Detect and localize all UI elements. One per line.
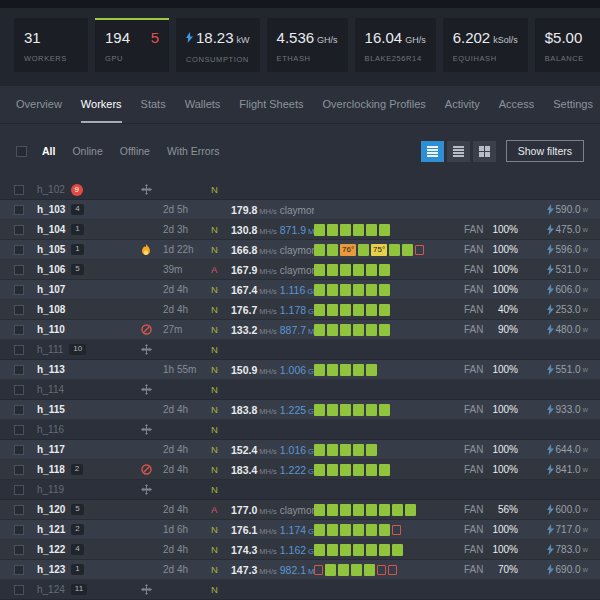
table-row[interactable]: h_1029N [0, 180, 600, 200]
row-checkbox[interactable] [14, 285, 24, 295]
table-row[interactable]: h_116N [0, 420, 600, 440]
tab-access[interactable]: Access [499, 98, 534, 123]
detail-view-button[interactable] [447, 141, 470, 162]
table-row[interactable]: h_1082d 4hN176.7MH/s1.178GH/sclaymore99.… [0, 300, 600, 320]
row-checkbox[interactable] [14, 545, 24, 555]
worker-name: h_122 [37, 544, 65, 555]
row-checkbox[interactable] [14, 225, 24, 235]
row-checkbox[interactable] [14, 445, 24, 455]
workers-table: h_1029Nh_10342d 5h179.8MH/sclaymore100%5… [0, 180, 600, 600]
platform-badge: N [211, 484, 231, 495]
dual-hashrate-value: 1.162 [280, 544, 306, 556]
lightning-icon [547, 544, 554, 555]
table-row[interactable]: h_1131h 55mN150.9MH/s1.006GH/sclaymore10… [0, 360, 600, 380]
tab-overview[interactable]: Overview [16, 98, 62, 123]
fan-label: FAN [464, 244, 483, 255]
row-checkbox[interactable] [14, 485, 24, 495]
gpu-ok-square [379, 264, 390, 276]
status-icon-cell [129, 424, 163, 435]
table-row[interactable]: h_106539mA167.9MH/sclaymore100%FAN100%53… [0, 260, 600, 280]
tab-settings[interactable]: Settings [553, 98, 593, 123]
hashrate-value: 177.0 [231, 504, 257, 516]
table-row[interactable]: h_11822d 4hN183.4MH/s1.222GH/sclaymore98… [0, 460, 600, 480]
dual-hashrate-value: 982.1 [280, 564, 306, 576]
table-row[interactable]: h_1172d 4hN152.4MH/s1.016GH/sclaymore99.… [0, 440, 600, 460]
worker-name: h_113 [37, 364, 65, 375]
row-checkbox[interactable] [14, 265, 24, 275]
filter-offline[interactable]: Offline [120, 145, 150, 157]
row-checkbox[interactable] [14, 585, 24, 595]
worker-name-cell: h_114 [37, 384, 129, 395]
fan-cell: FAN40% [464, 304, 528, 315]
row-checkbox[interactable] [14, 405, 24, 415]
table-row[interactable]: h_12052d 4hA177.0MH/sclaymore99.94%↑2FAN… [0, 500, 600, 520]
tab-stats[interactable]: Stats [141, 98, 166, 123]
gpu-ok-square [379, 464, 390, 476]
table-row[interactable]: h_1072d 4hN167.4MH/s1.116GH/sclaymore99.… [0, 280, 600, 300]
power-cell: 253.0w [528, 304, 600, 315]
table-row[interactable]: h_11027mN133.2MH/s887.7MH/sclaymore98.65… [0, 320, 600, 340]
row-checkbox[interactable] [14, 185, 24, 195]
worker-name: h_111 [37, 344, 63, 355]
worker-name: h_118 [37, 464, 65, 475]
hashrate-unit: MH/s [259, 407, 277, 416]
hashrate-unit: MH/s [259, 247, 277, 256]
table-row[interactable]: h_10342d 5h179.8MH/sclaymore100%590.0w [0, 200, 600, 220]
table-row[interactable]: h_119N [0, 480, 600, 500]
platform-badge: N [211, 544, 231, 555]
table-row[interactable]: h_12411N [0, 580, 600, 600]
row-checkbox[interactable] [14, 345, 24, 355]
gpu-ok-square [340, 544, 351, 556]
hashrate-cell: 176.7MH/s1.178GH/sclaymore99.92% [231, 304, 314, 316]
row-checkbox[interactable] [14, 505, 24, 515]
row-checkbox[interactable] [14, 305, 24, 315]
row-checkbox[interactable] [14, 425, 24, 435]
stat-label: GPU [105, 54, 159, 63]
tab-activity[interactable]: Activity [445, 98, 480, 123]
gpu-ok-square [353, 524, 364, 536]
list-view-button[interactable] [421, 141, 444, 162]
tab-flight-sheets[interactable]: Flight Sheets [239, 98, 303, 123]
fan-value: 100% [492, 404, 518, 415]
move-icon [141, 384, 152, 395]
select-all-checkbox[interactable] [16, 146, 27, 157]
hashrate-cell: 166.8MH/sclaymore100% [231, 244, 314, 256]
hashrate-value: 147.3 [231, 564, 257, 576]
tab-overclocking-profiles[interactable]: Overclocking Profiles [323, 98, 426, 123]
stat-tile-consumption: 18.23kWCONSUMPTION [176, 18, 260, 72]
row-checkbox[interactable] [14, 385, 24, 395]
stat-label: EQUIHASH [453, 54, 518, 63]
stat-label: CONSUMPTION [186, 55, 250, 64]
table-row[interactable]: h_114N [0, 380, 600, 400]
stat-label: BALANCE [545, 54, 599, 63]
filter-online[interactable]: Online [72, 145, 102, 157]
grid-view-button[interactable] [473, 141, 496, 162]
table-row[interactable]: h_12121d 6hN176.1MH/s1.174GH/sclaymore99… [0, 520, 600, 540]
tab-workers[interactable]: Workers [81, 98, 122, 123]
filter-all[interactable]: All [42, 145, 55, 157]
gpu-ok-square [353, 544, 364, 556]
stat-label: WORKERS [24, 54, 78, 63]
status-icon-cell [129, 384, 163, 395]
table-row[interactable]: h_10412d 3hN130.8MH/s871.9MH/sclaymore99… [0, 220, 600, 240]
hashrate-cell: 167.4MH/s1.116GH/sclaymore99.96% [231, 284, 314, 296]
table-row[interactable]: h_10511d 22hN166.8MH/sclaymore100%76°75°… [0, 240, 600, 260]
status-icon-cell [129, 184, 163, 195]
row-checkbox[interactable] [14, 525, 24, 535]
filter-with-errors[interactable]: With Errors [167, 145, 220, 157]
table-row[interactable]: h_11110N [0, 340, 600, 360]
table-row[interactable]: h_12312d 4hN147.3MH/s982.1MH/sclaymore99… [0, 560, 600, 580]
row-checkbox[interactable] [14, 245, 24, 255]
gpu-ok-square [366, 524, 377, 536]
row-checkbox[interactable] [14, 365, 24, 375]
row-checkbox[interactable] [14, 465, 24, 475]
row-checkbox[interactable] [14, 565, 24, 575]
tab-wallets[interactable]: Wallets [185, 98, 221, 123]
table-row[interactable]: h_1152d 4hN183.8MH/s1.225GH/sclaymore99.… [0, 400, 600, 420]
row-checkbox[interactable] [14, 325, 24, 335]
row-checkbox[interactable] [14, 205, 24, 215]
show-filters-button[interactable]: Show filters [506, 140, 584, 162]
table-row[interactable]: h_12242d 4hN174.3MH/s1.162GH/sclaymore99… [0, 540, 600, 560]
gpu-temp-square: 75° [371, 244, 387, 256]
power-cell: 480.0w [528, 324, 600, 335]
